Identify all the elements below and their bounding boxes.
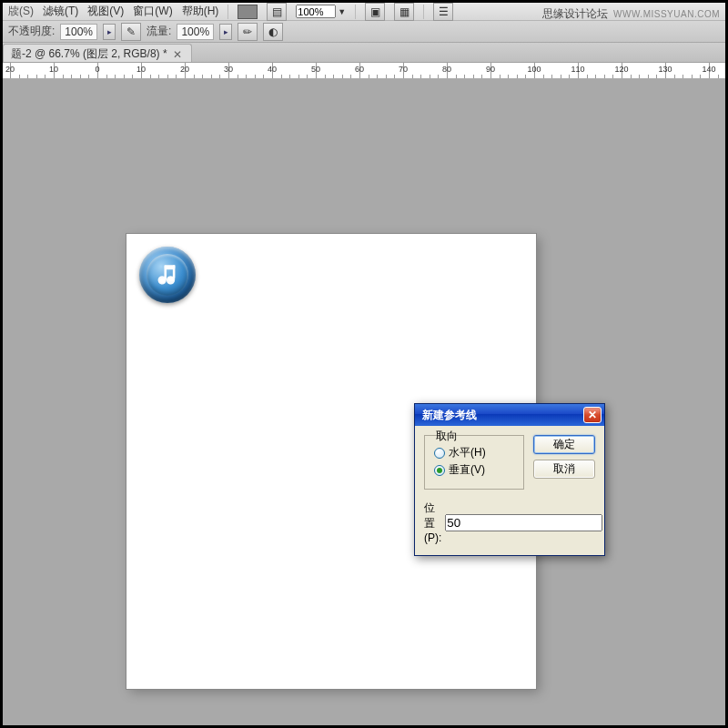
separator [228, 5, 228, 19]
dialog-titlebar[interactable]: 新建参考线 ✕ [415, 404, 604, 426]
airbrush-icon[interactable]: ✏ [238, 23, 258, 41]
radio-horizontal-label: 水平(H) [449, 445, 486, 460]
separator [355, 5, 356, 19]
arrange-button[interactable]: ☰ [433, 3, 453, 21]
svg-point-0 [160, 278, 166, 283]
position-input[interactable] [445, 514, 602, 531]
separator [423, 5, 424, 19]
pressure-opacity-icon[interactable]: ✎ [121, 23, 141, 41]
menu-item-partial[interactable]: 牍(S) [8, 4, 34, 19]
ok-button-label: 确定 [553, 437, 575, 452]
document-tab-title: 题-2 @ 66.7% (图层 2, RGB/8) * [11, 46, 167, 62]
zoom-control[interactable]: ▼ [296, 5, 346, 19]
music-note-icon [139, 247, 196, 303]
opacity-flyout[interactable] [103, 24, 116, 40]
position-label: 位置(P): [424, 500, 441, 544]
screen-mode-1[interactable]: ▣ [365, 3, 385, 21]
flow-value[interactable]: 100% [177, 24, 214, 40]
opacity-label: 不透明度: [8, 24, 55, 39]
ruler-horizontal[interactable]: 20100102030405060708090100110120130140 [3, 63, 725, 79]
options-bar: 不透明度: 100% ✎ 流量: 100% ✏ ◐ [3, 21, 725, 43]
flow-label: 流量: [147, 24, 171, 39]
new-guide-dialog: 新建参考线 ✕ 取向 水平(H) 垂直(V) 确 [414, 403, 605, 556]
radio-horizontal-row[interactable]: 水平(H) [434, 445, 514, 460]
flow-flyout[interactable] [219, 24, 232, 40]
workspace: 新建参考线 ✕ 取向 水平(H) 垂直(V) 确 [3, 79, 725, 725]
close-icon[interactable]: ✕ [173, 48, 182, 61]
radio-vertical-label: 垂直(V) [449, 462, 485, 478]
menu-help[interactable]: 帮助(H) [182, 4, 219, 19]
document-tab[interactable]: 题-2 @ 66.7% (图层 2, RGB/8) * ✕ [3, 44, 192, 62]
cancel-button[interactable]: 取消 [533, 460, 595, 479]
close-icon[interactable]: ✕ [583, 407, 602, 423]
watermark-site: 思缘设计论坛 [542, 6, 608, 22]
dialog-title: 新建参考线 [422, 408, 477, 423]
ok-button[interactable]: 确定 [533, 435, 595, 454]
menu-window[interactable]: 窗口(W) [133, 4, 172, 19]
tool-button[interactable]: ▤ [267, 3, 287, 21]
radio-vertical-row[interactable]: 垂直(V) [434, 462, 514, 478]
document-tab-bar: 题-2 @ 66.7% (图层 2, RGB/8) * ✕ [3, 43, 725, 63]
zoom-value[interactable] [296, 5, 336, 18]
radio-horizontal[interactable] [434, 448, 445, 459]
radio-vertical[interactable] [434, 465, 445, 476]
menu-view[interactable]: 视图(V) [87, 4, 124, 19]
watermark-url: WWW.MISSYUAN.COM [613, 9, 720, 19]
opacity-value[interactable]: 100% [60, 24, 97, 40]
menu-filter[interactable]: 滤镜(T) [43, 4, 78, 19]
svg-rect-4 [165, 266, 175, 269]
orientation-group: 取向 水平(H) 垂直(V) [424, 435, 524, 490]
watermark: 思缘设计论坛 WWW.MISSYUAN.COM [542, 6, 720, 22]
pressure-size-icon[interactable]: ◐ [263, 23, 283, 41]
music-glyph [155, 262, 180, 288]
cancel-button-label: 取消 [553, 461, 575, 477]
tool-swatch[interactable] [238, 5, 258, 19]
screen-mode-2[interactable]: ▦ [394, 3, 414, 21]
